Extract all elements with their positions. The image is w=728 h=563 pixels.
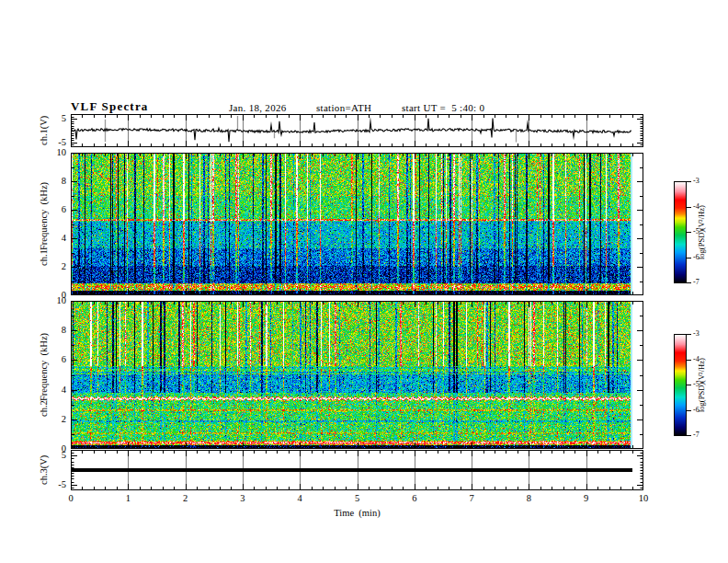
ch1-spec-y-tick-label: 8 <box>46 177 66 187</box>
ch2-spec-y-tick-label: 8 <box>46 326 66 336</box>
x-tick-label: 8 <box>518 494 540 504</box>
start-ut-label: start UT = 5 :40: 0 <box>402 102 484 113</box>
x-tick-label: 7 <box>461 494 483 504</box>
ch3-wave-y-tick-label: 5 <box>46 451 66 461</box>
station-label: station=ATH <box>316 102 371 113</box>
ch1-spectrogram-panel <box>71 153 643 295</box>
colorbar1-tick-label: -4 <box>693 203 708 211</box>
x-tick-label: 6 <box>404 494 426 504</box>
x-tick-label: 1 <box>117 494 139 504</box>
ch3-waveform-panel <box>71 450 643 490</box>
ch2-spec-y-tick-label: 6 <box>46 355 66 365</box>
x-tick-label: 4 <box>289 494 311 504</box>
colorbar2-tick-label: -7 <box>693 431 708 439</box>
x-tick-label: 9 <box>575 494 597 504</box>
x-tick-label: 2 <box>175 494 197 504</box>
date-label: Jan. 18, 2026 <box>229 102 287 113</box>
ch1-spec-y-tick-label: 6 <box>46 205 66 215</box>
x-tick-label: 5 <box>347 494 369 504</box>
colorbar1-tick-label: -6 <box>693 254 708 261</box>
ch2-spec-y-tick-label: 4 <box>46 385 66 396</box>
ch2-spec-y-tick-label: 10 <box>46 296 66 306</box>
ch1-spec-y-tick-label: 4 <box>46 234 66 244</box>
colorbar2-tick-label: -3 <box>693 330 708 338</box>
colorbar-ch2 <box>674 334 692 436</box>
figure-title: VLF Spectra <box>71 99 149 114</box>
time-axis-label: Time (min) <box>311 508 404 518</box>
colorbar2-tick-label: -6 <box>693 407 708 414</box>
ch1-spec-y-tick-label: 10 <box>46 148 66 158</box>
ch1-frequency-axis-label: ch.1 Frequency (kHz) <box>31 153 57 295</box>
colorbar1-tick-label: -7 <box>693 279 708 286</box>
colorbar-ch1 <box>674 181 692 283</box>
colorbar1-tick-label: -3 <box>693 178 708 185</box>
x-tick-label: 3 <box>232 494 254 504</box>
ch2-spec-y-tick-label: 2 <box>46 415 66 425</box>
ch1-wave-y-tick-label: -5 <box>46 138 66 148</box>
ch2-frequency-axis-label: ch.2 Frequency (kHz) <box>31 301 57 449</box>
x-tick-label: 0 <box>60 494 82 504</box>
colorbar1-tick-label: -5 <box>693 228 708 236</box>
ch3-wave-y-tick-label: -5 <box>46 480 66 490</box>
colorbar2-tick-label: -4 <box>693 356 708 363</box>
x-tick-label: 10 <box>632 494 654 504</box>
ch1-spec-y-tick-label: 2 <box>46 262 66 272</box>
ch1-wave-y-tick-label: 5 <box>46 114 66 124</box>
ch2-spectrogram-panel <box>71 301 643 449</box>
vlf-spectra-figure: VLF Spectra Jan. 18, 2026 station=ATH st… <box>0 0 728 563</box>
ch1-waveform-panel <box>71 114 643 147</box>
colorbar2-tick-label: -5 <box>693 381 708 388</box>
